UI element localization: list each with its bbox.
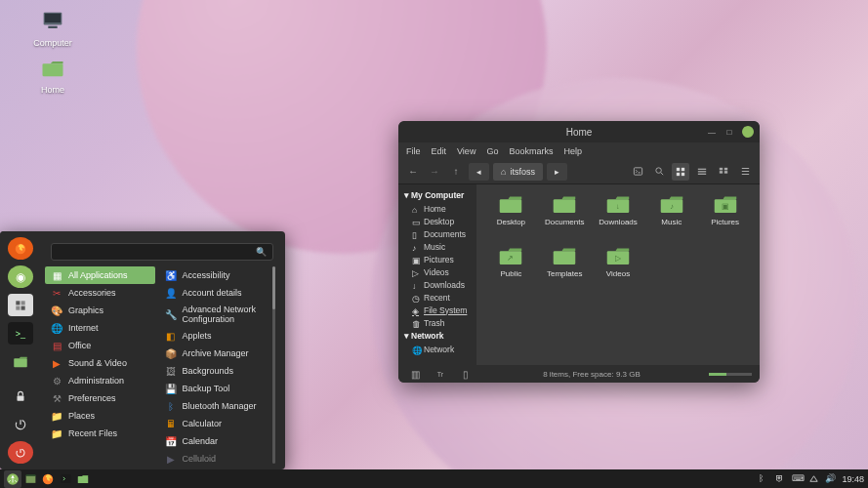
hamburger-button[interactable]: ☰ xyxy=(736,163,754,181)
path-home-button[interactable]: ◂ xyxy=(469,163,489,181)
maximize-button[interactable]: □ xyxy=(724,127,734,137)
category-internet[interactable]: 🌐Internet xyxy=(45,319,155,337)
category-preferences[interactable]: ⚒Preferences xyxy=(45,389,155,407)
app-applets[interactable]: ◧Applets xyxy=(159,327,269,345)
category-accessories[interactable]: ✂Accessories xyxy=(45,284,155,302)
sidebar-item-music[interactable]: ♪Music xyxy=(402,240,473,253)
search-button[interactable] xyxy=(650,163,668,181)
panel-show-desktop[interactable] xyxy=(21,470,39,488)
clock[interactable]: 19:48 xyxy=(842,474,864,484)
app-accessibility[interactable]: ♿Accessibility xyxy=(159,266,269,284)
terminal-button[interactable] xyxy=(629,163,646,181)
window-titlebar[interactable]: Home — □ xyxy=(398,121,760,142)
sidebar-item-pictures[interactable]: ▣Pictures xyxy=(402,253,473,265)
category-all[interactable]: ▦All Applications xyxy=(45,266,155,284)
folder-view[interactable]: DesktopDocuments↓Downloads♪Music▣Picture… xyxy=(476,184,760,365)
tray-bluetooth-icon[interactable]: ᛒ xyxy=(759,473,769,484)
forward-button[interactable]: → xyxy=(426,163,443,181)
category-administration[interactable]: ⚙Administration xyxy=(45,372,155,389)
tray-updates-icon[interactable]: ⛨ xyxy=(775,473,786,484)
app-archive[interactable]: 📦Archive Manager xyxy=(159,345,269,362)
svg-rect-44 xyxy=(61,474,70,483)
sidebar-item-videos[interactable]: ▷Videos xyxy=(402,265,473,278)
sidebar-item-downloads[interactable]: ↓Downloads xyxy=(402,278,473,291)
panel-terminal[interactable] xyxy=(57,470,74,488)
sidebar-item-home[interactable]: ⌂Home xyxy=(402,202,473,215)
app-list: ♿Accessibility 👤Account details 🔧Advance… xyxy=(159,266,269,464)
folder-downloads[interactable]: ↓Downloads xyxy=(592,194,645,226)
menu-edit[interactable]: Edit xyxy=(432,146,447,156)
back-button[interactable]: ← xyxy=(404,163,422,181)
app-celluloid[interactable]: ▶Celluloid xyxy=(159,450,269,464)
sidebar-item-filesystem[interactable]: ◈File System xyxy=(402,304,473,316)
compact-view-button[interactable] xyxy=(715,163,732,181)
category-graphics[interactable]: 🎨Graphics xyxy=(45,302,155,319)
folder-music[interactable]: ♪Music xyxy=(644,194,698,226)
app-network-config[interactable]: 🔧Advanced Network Configuration xyxy=(159,302,269,327)
application-menu[interactable]: ◉ >_ 🔍 ▦All Applications ✂Accessories 🎨G… xyxy=(0,231,285,469)
rail-terminal-icon[interactable]: >_ xyxy=(8,322,33,345)
svg-rect-15 xyxy=(720,171,723,174)
sidebar-header-network[interactable]: ▾ Network xyxy=(402,329,473,343)
places-toggle-icon[interactable]: Tr xyxy=(432,365,449,383)
sidebar-item-network[interactable]: 🌐Network xyxy=(402,343,473,355)
menu-view[interactable]: View xyxy=(457,146,475,156)
tray-keyboard-icon[interactable]: ⌨ xyxy=(792,473,803,484)
rail-software-icon[interactable]: ◉ xyxy=(8,265,33,288)
menu-help[interactable]: Help xyxy=(563,146,582,156)
menu-bookmarks[interactable]: Bookmarks xyxy=(509,146,553,156)
category-office[interactable]: ▤Office xyxy=(45,337,155,354)
rail-files-icon[interactable] xyxy=(8,350,33,373)
panel-files[interactable] xyxy=(74,470,92,488)
sidebar-item-recent[interactable]: ◷Recent xyxy=(402,291,473,304)
menu-go[interactable]: Go xyxy=(486,146,498,156)
rail-power-icon[interactable] xyxy=(8,441,33,464)
minimize-button[interactable]: — xyxy=(707,127,717,137)
icon-view-button[interactable] xyxy=(672,163,689,181)
tree-toggle-icon[interactable]: ▥ xyxy=(406,365,424,383)
panel-firefox[interactable] xyxy=(39,470,57,488)
folder-pictures[interactable]: ▣Pictures xyxy=(698,194,752,226)
rail-lock-icon[interactable] xyxy=(8,385,33,407)
path-segment[interactable]: ⌂ itsfoss xyxy=(493,163,543,181)
desktop-icon-home[interactable]: Home xyxy=(23,55,82,95)
folder-documents[interactable]: Documents xyxy=(538,194,592,226)
sidebar-item-documents[interactable]: ▯Documents xyxy=(402,227,473,240)
list-view-button[interactable] xyxy=(693,163,711,181)
app-backgrounds[interactable]: 🖼Backgrounds xyxy=(159,362,269,380)
app-calendar[interactable]: 📅Calendar xyxy=(159,432,269,450)
rail-firefox-icon[interactable] xyxy=(8,237,33,260)
category-sound-video[interactable]: ▶Sound & Video xyxy=(45,354,155,372)
folder-templates[interactable]: Templates xyxy=(538,246,592,278)
sidebar-item-trash[interactable]: 🗑Trash xyxy=(402,316,473,329)
folder-icon: ▣ xyxy=(713,194,738,214)
status-text: 8 items, Free space: 9.3 GB xyxy=(482,370,701,379)
sidebar-header-computer[interactable]: ▾ My Computer xyxy=(402,188,473,202)
menu-file[interactable]: File xyxy=(406,146,421,156)
app-calculator[interactable]: 🖩Calculator xyxy=(159,415,269,432)
split-toggle-icon[interactable]: ▯ xyxy=(457,365,475,383)
up-button[interactable]: ↑ xyxy=(447,163,465,181)
search-input[interactable] xyxy=(58,247,256,257)
rail-logout-icon[interactable] xyxy=(8,413,33,435)
category-places[interactable]: 📁Places xyxy=(45,407,155,425)
tray-volume-icon[interactable]: 🔊 xyxy=(825,473,836,484)
category-recent[interactable]: 📁Recent Files xyxy=(45,425,155,442)
app-account[interactable]: 👤Account details xyxy=(159,284,269,302)
app-backup[interactable]: 💾Backup Tool xyxy=(159,380,269,397)
path-forward-button[interactable]: ▸ xyxy=(547,163,567,181)
app-list-scrollbar[interactable] xyxy=(272,266,275,464)
menu-search[interactable]: 🔍 xyxy=(51,243,273,261)
folder-videos[interactable]: ▷Videos xyxy=(592,246,645,278)
app-bluetooth[interactable]: ᛒBluetooth Manager xyxy=(159,397,269,415)
panel-menu-button[interactable] xyxy=(4,470,21,488)
folder-desktop[interactable]: Desktop xyxy=(484,194,538,226)
desktop-icon-computer[interactable]: Computer xyxy=(23,8,82,48)
taskbar[interactable]: ᛒ ⛨ ⌨ 🔊 19:48 xyxy=(0,469,868,488)
rail-settings-icon[interactable] xyxy=(8,294,33,316)
folder-public[interactable]: ↗Public xyxy=(484,246,538,278)
file-manager-window[interactable]: Home — □ File Edit View Go Bookmarks Hel… xyxy=(398,121,760,383)
tray-network-icon[interactable] xyxy=(808,473,819,484)
sidebar-item-desktop[interactable]: ▭Desktop xyxy=(402,215,473,227)
close-button[interactable] xyxy=(742,126,754,138)
